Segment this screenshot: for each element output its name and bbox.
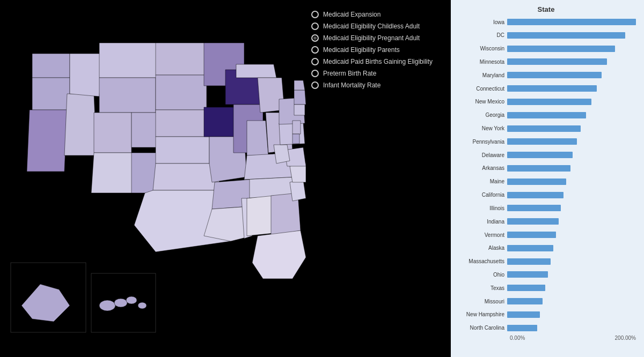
bar-fill — [507, 125, 581, 132]
table-row[interactable]: Alaska — [456, 244, 636, 252]
svg-point-2 — [114, 299, 127, 307]
bar-label: New Mexico — [456, 99, 507, 105]
bar-label: North Carolina — [456, 325, 507, 331]
legend-radio-6 — [311, 81, 319, 89]
legend-item-2[interactable]: Medicaid Eligibility Pregnant Adult — [311, 34, 445, 42]
state-sc[interactable] — [290, 180, 306, 201]
state-wy[interactable] — [99, 78, 156, 113]
legend-item-0[interactable]: Medicaid Expansion — [311, 11, 445, 18]
bar-container — [507, 99, 636, 105]
bar-fill — [507, 58, 607, 65]
table-row[interactable]: Maine — [456, 177, 636, 186]
table-row[interactable]: Connecticut — [456, 84, 636, 93]
legend-item-3[interactable]: Medicaid Eligibility Parents — [311, 46, 445, 54]
axis-max: 200.00% — [615, 335, 636, 341]
bar-fill — [507, 46, 615, 52]
state-me[interactable] — [294, 80, 305, 90]
state-az[interactable] — [91, 153, 134, 193]
bar-fill — [507, 165, 570, 172]
table-row[interactable]: New Mexico — [456, 98, 636, 106]
state-ct-ri-ma[interactable] — [294, 105, 305, 115]
bar-container — [507, 178, 636, 185]
bar-label: DC — [456, 32, 507, 38]
state-nj[interactable] — [292, 121, 301, 134]
legend-label-5: Preterm Birth Rate — [323, 70, 376, 77]
table-row[interactable]: Maryland — [456, 71, 636, 79]
bar-label: California — [456, 192, 507, 198]
bar-fill — [507, 325, 537, 331]
table-row[interactable]: Arkansas — [456, 164, 636, 173]
table-row[interactable]: Ohio — [456, 270, 636, 279]
bar-container — [507, 32, 636, 39]
table-row[interactable]: Georgia — [456, 111, 636, 120]
us-map — [0, 0, 306, 357]
state-ne[interactable] — [156, 110, 207, 137]
table-row[interactable]: Massachusetts — [456, 257, 636, 266]
bar-fill — [507, 258, 551, 265]
state-ks[interactable] — [156, 137, 209, 163]
bar-fill — [507, 205, 561, 211]
table-row[interactable]: Wisconsin — [456, 44, 636, 53]
bar-label: Indiana — [456, 219, 507, 225]
legend-label-0: Medicaid Expansion — [323, 11, 380, 18]
legend-item-4[interactable]: Medicaid Paid Births Gaining Eligibility — [311, 58, 445, 65]
table-row[interactable]: Missouri — [456, 297, 636, 306]
bar-container — [507, 311, 636, 318]
state-vt-nh[interactable] — [294, 90, 306, 105]
bar-fill — [507, 72, 602, 78]
table-row[interactable]: Vermont — [456, 230, 636, 239]
bar-fill — [507, 218, 559, 225]
table-row[interactable]: Indiana — [456, 217, 636, 226]
table-row[interactable]: New York — [456, 124, 636, 133]
table-row[interactable]: Minnesota — [456, 57, 636, 66]
table-row[interactable]: California — [456, 191, 636, 199]
state-pa[interactable] — [279, 122, 305, 145]
state-mi-upper[interactable] — [236, 64, 276, 78]
bar-container — [507, 138, 636, 145]
legend-radio-2 — [311, 34, 319, 42]
table-row[interactable]: Texas — [456, 284, 636, 292]
bar-label: New York — [456, 125, 507, 131]
state-id[interactable] — [70, 54, 102, 96]
state-ca[interactable] — [27, 110, 67, 172]
bar-fill — [507, 85, 597, 92]
legend-item-5[interactable]: Preterm Birth Rate — [311, 70, 445, 77]
legend-radio-4 — [311, 58, 319, 65]
state-fl[interactable] — [252, 230, 306, 279]
state-wa[interactable] — [32, 54, 70, 78]
bar-label: New Hampshire — [456, 311, 507, 317]
state-nv[interactable] — [64, 94, 97, 155]
alaska-inset — [11, 263, 86, 332]
state-sd[interactable] — [156, 75, 207, 110]
bar-fill — [507, 152, 573, 158]
bar-fill — [507, 99, 591, 105]
legend-item-1[interactable]: Medicaid Eligibility Childless Adult — [311, 23, 445, 30]
table-row[interactable]: North Carolina — [456, 324, 636, 332]
state-in[interactable] — [247, 121, 268, 155]
bar-fill — [507, 271, 548, 278]
bar-container — [507, 112, 636, 118]
bar-fill — [507, 311, 540, 318]
table-row[interactable]: Illinois — [456, 204, 636, 212]
state-wv[interactable] — [274, 145, 290, 163]
bar-container — [507, 72, 636, 78]
state-al[interactable] — [247, 196, 274, 236]
state-de-md[interactable] — [292, 134, 299, 144]
bar-container — [507, 192, 636, 198]
bar-fill — [507, 285, 545, 291]
table-row[interactable]: DC — [456, 31, 636, 40]
bar-container — [507, 245, 636, 251]
table-row[interactable]: Iowa — [456, 18, 636, 26]
table-row[interactable]: New Hampshire — [456, 310, 636, 319]
state-or[interactable] — [32, 78, 70, 110]
legend-label-2: Medicaid Eligibility Pregnant Adult — [323, 34, 420, 42]
chart-section: State IowaDCWisconsinMinnesotaMarylandCo… — [451, 0, 644, 357]
state-hi[interactable] — [99, 300, 115, 311]
legend-label-3: Medicaid Eligibility Parents — [323, 46, 400, 54]
bar-container — [507, 285, 636, 291]
state-nd[interactable] — [156, 43, 207, 75]
table-row[interactable]: Delaware — [456, 151, 636, 159]
table-row[interactable]: Pennsylvania — [456, 137, 636, 146]
state-ut[interactable] — [94, 113, 131, 153]
legend-item-6[interactable]: Infant Mortality Rate — [311, 81, 445, 89]
